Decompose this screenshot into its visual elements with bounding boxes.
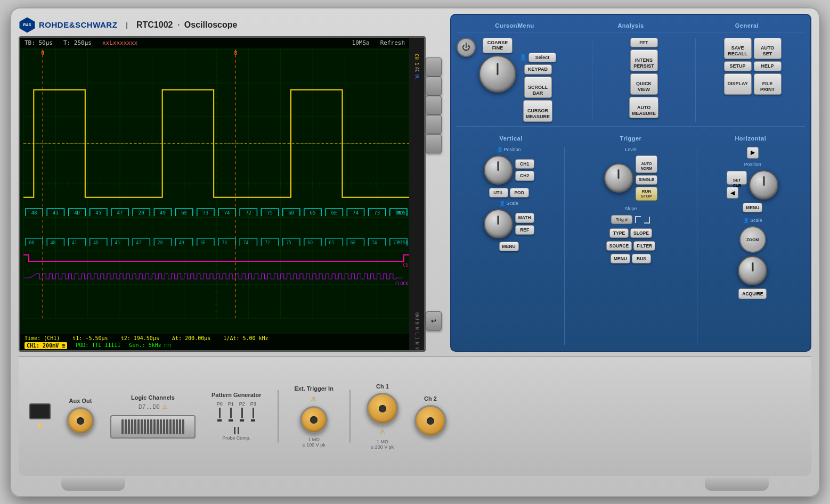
ch1-section: Ch 1 ⚠ 1 MΩ ≤ 200 V pk xyxy=(367,383,398,450)
slope-button[interactable]: SLOPE xyxy=(630,228,652,238)
horizontal-position-knob[interactable] xyxy=(749,170,778,200)
play-back-button[interactable]: ◀ xyxy=(727,187,738,199)
pod-button[interactable]: POD xyxy=(510,188,529,197)
logic-pin xyxy=(131,419,133,434)
type-button[interactable]: TYPE xyxy=(609,228,629,238)
source-button[interactable]: SOURCE xyxy=(606,241,632,251)
horizontal-scale-knob[interactable] xyxy=(738,256,767,285)
play-forward-button[interactable]: ▶ xyxy=(747,147,759,159)
help-button[interactable]: HELP xyxy=(754,61,782,71)
logic-pin xyxy=(147,419,149,434)
keypad-button[interactable]: KEYPAD xyxy=(524,64,552,75)
trigger-level-knob[interactable] xyxy=(604,163,633,193)
single-button[interactable]: SINGLE xyxy=(636,175,658,185)
position-horiz-row: Position xyxy=(744,162,761,167)
softkey-back[interactable]: ↩ xyxy=(426,311,442,331)
logic-pin xyxy=(173,419,175,434)
acquire-button[interactable]: ACQUIRE xyxy=(738,288,767,299)
softkey-5[interactable] xyxy=(426,134,442,153)
cursor-menu-knob[interactable] xyxy=(479,55,516,93)
run-stop-button[interactable]: RUN STOP xyxy=(636,187,658,201)
oscilloscope-body: R&S ROHDE&SCHWARZ | RTC1002 · Oscillosco… xyxy=(10,7,820,497)
cursor-measure-button[interactable]: CURSOR MEASURE xyxy=(523,100,552,121)
logic-pin xyxy=(166,419,168,434)
trig-side-btns: AUTO NORM SINGLE RUN STOP xyxy=(636,155,658,201)
zoom-button[interactable]: ZOOM xyxy=(739,226,766,253)
ch-buttons: CH1 CH2 xyxy=(515,159,534,180)
select-button[interactable]: Select xyxy=(528,53,556,63)
softkey-1[interactable] xyxy=(426,57,442,77)
filter-button[interactable]: FILTER xyxy=(633,241,655,251)
person-icon-vert-pos: 👤 xyxy=(497,147,503,152)
coarse-fine-group: COARSE FINE xyxy=(479,38,516,93)
file-print-button[interactable]: FILE PRINT xyxy=(754,73,782,95)
pod-info: POD: TTL IIIII xyxy=(76,342,120,349)
ext-trigger-spec: 1 MΩ ≤ 100 V pk xyxy=(303,437,326,448)
gnd-right-label: GND xyxy=(414,312,419,320)
position-vert-row: 👤 Position xyxy=(497,147,521,152)
auto-norm-button[interactable]: AUTO NORM xyxy=(636,155,658,173)
dc-right-label: DC xyxy=(414,75,419,80)
gen-row3: DISPLAY FILE PRINT xyxy=(724,73,782,95)
logic-pin xyxy=(134,419,136,434)
scale-horiz-label: Scale xyxy=(750,218,762,223)
logic-pin xyxy=(182,419,184,434)
timebase-display: TB: 50µs xyxy=(25,39,53,46)
ref-button[interactable]: REF xyxy=(515,225,534,235)
setup-button[interactable]: SETUP xyxy=(724,61,752,71)
bus-button[interactable]: BUS xyxy=(632,254,651,263)
ch1-bottom-label: Ch 1 xyxy=(376,383,389,390)
trigger-header: Trigger xyxy=(565,133,696,143)
ch2-button[interactable]: CH2 xyxy=(515,171,534,180)
save-recall-button[interactable]: SAVE RECALL xyxy=(724,38,752,59)
quick-view-button[interactable]: QUICK VIEW xyxy=(630,73,658,95)
auto-set-button[interactable]: AUTO SET xyxy=(754,38,782,59)
gen-row1: SAVE RECALL AUTO SET xyxy=(724,38,782,59)
logic-pin xyxy=(150,419,152,434)
cursor-info-line: Time: (CH1) t1: -5.50µs t2: 194.50µs ∆t:… xyxy=(25,335,405,341)
ext-trigger-label: Ext. Trigger In xyxy=(295,385,333,392)
probe-comp-label: Probe Comp. xyxy=(222,435,250,441)
softkey-2[interactable] xyxy=(426,77,442,96)
softkeys-panel: ↩ xyxy=(426,36,445,352)
level-knob-row: AUTO NORM SINGLE RUN STOP xyxy=(604,155,658,201)
coarse-fine-button[interactable]: COARSE FINE xyxy=(483,38,513,54)
util-button[interactable]: UTIL xyxy=(489,188,508,197)
fft-button[interactable]: FFT xyxy=(630,38,658,48)
slope-icon xyxy=(634,214,650,225)
display-button[interactable]: DISPLAY xyxy=(724,73,752,95)
math-button[interactable]: MATH xyxy=(515,213,534,222)
gen-row2: SETUP HELP xyxy=(724,61,782,71)
slope-label-row: Slope xyxy=(624,206,637,211)
aux-out-connector xyxy=(67,407,94,435)
auto-measure-button[interactable]: AUTO MEASURE xyxy=(629,97,658,118)
gen-info: Gen.: 5kHz ⊓⊓ xyxy=(129,342,171,349)
pattern-pin-p2: P2 xyxy=(239,401,245,422)
menu-trig-button[interactable]: MENU xyxy=(611,254,630,263)
select-row: 👤 Select xyxy=(519,53,556,63)
logic-connector xyxy=(110,415,196,439)
ext-trigger-connector xyxy=(300,406,328,434)
pattern-pin-p0: P0 xyxy=(217,401,223,422)
ctrl-body: 👤 Position CH1 CH2 xyxy=(457,147,805,345)
bottom-divider xyxy=(278,390,279,443)
svg-text:R&S: R&S xyxy=(23,23,31,27)
vertical-position-knob[interactable] xyxy=(484,155,513,185)
softkey-4[interactable] xyxy=(426,115,442,134)
scale-horiz-row: 👤 Scale xyxy=(743,218,762,223)
trig-d-button[interactable]: Trig d xyxy=(611,215,632,224)
menu-horiz-button[interactable]: MENU xyxy=(743,203,762,212)
power-button[interactable]: ⏻ xyxy=(457,38,476,57)
logic-label: Logic Channels xyxy=(131,394,175,401)
set-clr-button[interactable]: SET CLR xyxy=(727,171,747,185)
stand-right xyxy=(705,478,769,491)
scroll-bar-button[interactable]: SCROLL BAR xyxy=(524,77,552,98)
bottom-divider2 xyxy=(349,390,351,443)
menu-vert-button[interactable]: MENU xyxy=(499,242,519,251)
ch1-button[interactable]: CH1 xyxy=(515,159,534,169)
bwl-right-label: B W L xyxy=(414,322,419,335)
vertical-scale-knob[interactable] xyxy=(484,209,513,238)
softkey-3[interactable] xyxy=(426,96,442,115)
logic-header: Logic Channels xyxy=(131,394,175,401)
intens-persist-button[interactable]: INTENS PERSIST xyxy=(630,49,658,71)
